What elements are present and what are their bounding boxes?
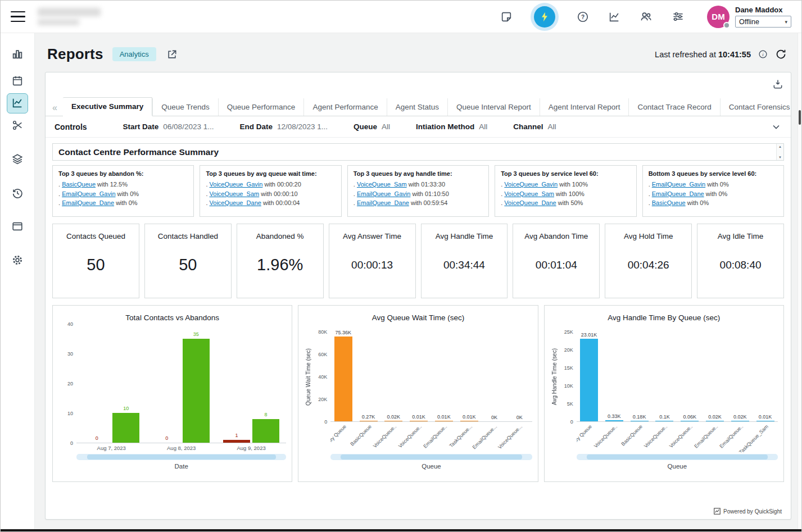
bar[interactable] <box>580 339 598 421</box>
tab-queue-trends[interactable]: Queue Trends <box>152 98 218 116</box>
chart-scrollbar-thumb[interactable] <box>341 454 522 460</box>
help-icon[interactable]: ? <box>577 11 589 23</box>
sidebar-item-line-chart[interactable] <box>7 93 28 113</box>
bar[interactable] <box>655 421 673 422</box>
control-label: End Date <box>239 122 273 131</box>
analytics-chart-icon[interactable] <box>608 11 620 23</box>
open-external-icon[interactable] <box>166 49 178 60</box>
bar-value-label: 35 <box>183 331 210 337</box>
queue-link[interactable]: EmailQueue_Gavin <box>652 181 705 188</box>
control-value: All <box>479 122 487 131</box>
x-axis-labels: Henry QueueVoiceQueue..BasicQueueVoiceQu… <box>577 422 778 452</box>
queue-link[interactable]: VoiceQueue_Sam <box>357 181 407 188</box>
tab-agent-interval-report[interactable]: Agent Interval Report <box>540 98 629 116</box>
queue-link[interactable]: EmailQueue_Gavin <box>357 190 410 197</box>
bar[interactable] <box>681 421 699 422</box>
queue-link[interactable]: VoiceQueue_Sam <box>210 190 260 197</box>
kpi-row: Contacts Queued50Contacts Handled50Aband… <box>52 224 784 298</box>
avatar[interactable]: DM <box>707 6 729 28</box>
download-icon[interactable] <box>772 79 783 90</box>
sidebar-item-gear[interactable] <box>7 251 28 271</box>
summary-item: . EmailQueue_Gavin with 0% <box>649 180 778 189</box>
tabs-scroll-left-icon[interactable]: « <box>47 101 63 116</box>
control-intiation-method[interactable]: Intiation MethodAll <box>416 122 487 131</box>
bar[interactable] <box>384 421 402 422</box>
queue-link[interactable]: VoiceQueue_Dane <box>210 199 261 206</box>
kpi-label: Contacts Queued <box>53 232 139 240</box>
controls-collapse-icon[interactable] <box>771 121 782 133</box>
kpi-value: 00:04:26 <box>605 259 691 271</box>
bar-value-label: 8 <box>252 412 279 417</box>
queue-link[interactable]: VoiceQueue_Gavin <box>210 181 263 188</box>
x-tick-label: Aug 8, 2023 <box>167 445 196 451</box>
users-icon[interactable] <box>640 10 653 23</box>
queue-link[interactable]: EmailQueue_Dane <box>62 199 114 206</box>
bar-contacts[interactable] <box>252 419 279 443</box>
sidebar-item-calendar[interactable] <box>7 71 28 92</box>
sidebar-item-history[interactable] <box>7 184 28 204</box>
bar-contacts[interactable] <box>183 339 210 443</box>
tab-executive-summary[interactable]: Executive Summary <box>63 97 152 116</box>
bar[interactable] <box>334 337 352 421</box>
chart-scrollbar-thumb[interactable] <box>587 454 768 460</box>
chart-scrollbar[interactable] <box>330 454 532 460</box>
queue-link[interactable]: EmailQueue_Dane <box>652 190 704 197</box>
y-tick-label: 20K <box>318 397 327 402</box>
lightning-button[interactable] <box>534 6 555 28</box>
scrollbar-thumb[interactable] <box>799 110 801 125</box>
refresh-icon[interactable] <box>775 48 787 60</box>
sidebar-item-window[interactable] <box>7 217 28 237</box>
chart-scrollbar[interactable] <box>577 454 778 460</box>
logo-redacted <box>38 6 104 28</box>
bar-chart-icon <box>11 48 24 62</box>
bar[interactable] <box>706 421 724 422</box>
queue-link[interactable]: EmailQueue_Gavin <box>62 190 115 197</box>
bar[interactable] <box>631 421 649 422</box>
tab-contact-forensics[interactable]: Contact Forensics <box>720 98 799 116</box>
queue-link[interactable]: VoiceQueue_Dane <box>504 199 556 206</box>
kpi-value: 00:01:04 <box>513 259 599 271</box>
tab-queue-performance[interactable]: Queue Performance <box>218 98 304 116</box>
queue-link[interactable]: VoiceQueue_Gavin <box>504 181 558 188</box>
chart-scrollbar[interactable] <box>76 454 286 460</box>
page-scrollbar[interactable] <box>798 33 801 529</box>
chart-scrollbar-thumb[interactable] <box>87 454 276 460</box>
tab-agent-status[interactable]: Agent Status <box>387 98 447 116</box>
control-end-date[interactable]: End Date12/08/2023 1... <box>239 122 328 131</box>
kpi-contacts-handled: Contacts Handled50 <box>144 224 232 298</box>
queue-link[interactable]: EmailQueue_Dane <box>357 199 409 206</box>
controls-label: Controls <box>55 122 87 131</box>
queue-link[interactable]: BasicQueue <box>62 181 96 188</box>
bar-value-label: 75.36K <box>330 330 357 335</box>
tab-agent-performance[interactable]: Agent Performance <box>303 98 386 116</box>
sidebar-item-bar-chart[interactable] <box>7 44 28 65</box>
control-start-date[interactable]: Start Date06/08/2023 1... <box>123 122 214 131</box>
status-select[interactable]: Offline ▾ <box>735 16 791 28</box>
bar-contacts[interactable] <box>112 413 139 443</box>
bar[interactable] <box>360 421 378 422</box>
sidebar-item-layers[interactable] <box>7 149 28 170</box>
bar[interactable] <box>435 421 453 422</box>
section-scrollbar[interactable]: ▲▼ <box>776 144 783 160</box>
kpi-value: 50 <box>145 256 231 274</box>
bar[interactable] <box>756 421 774 422</box>
section-header: Contact Centre Performance Summary ▲▼ <box>52 143 784 161</box>
tab-queue-interval-report[interactable]: Queue Interval Report <box>447 98 540 116</box>
queue-link[interactable]: VoiceQueue_Sam <box>504 190 554 197</box>
summary-card-title: Top 3 queues by avg handle time: <box>354 170 483 177</box>
queue-link[interactable]: BasicQueue <box>652 199 686 206</box>
note-icon[interactable] <box>500 11 513 23</box>
bar[interactable] <box>460 421 478 422</box>
sidebar-item-scissors[interactable] <box>7 116 28 136</box>
bar[interactable] <box>410 421 428 422</box>
bar[interactable] <box>731 421 749 422</box>
hamburger-menu-button[interactable] <box>11 11 25 22</box>
control-queue[interactable]: QueueAll <box>354 122 390 131</box>
bar-value-label: 0.1K <box>651 414 678 420</box>
bar[interactable] <box>605 420 623 421</box>
settings-sliders-icon[interactable] <box>672 10 685 23</box>
tab-contact-trace-record[interactable]: Contact Trace Record <box>628 98 719 116</box>
bar-abandons[interactable] <box>223 440 250 443</box>
control-channel[interactable]: ChannelAll <box>513 122 556 131</box>
info-icon[interactable]: i <box>758 49 768 59</box>
